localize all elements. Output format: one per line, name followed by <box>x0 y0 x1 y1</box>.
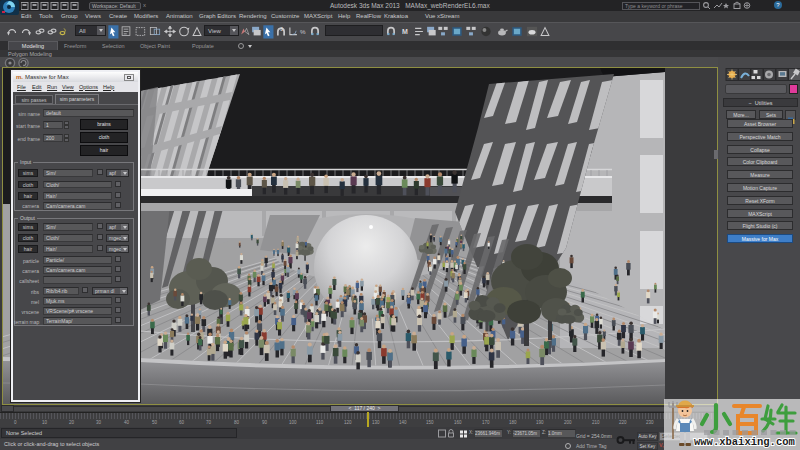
svg-text:www.xbaixing.com: www.xbaixing.com <box>694 436 795 448</box>
svg-text:%: % <box>300 28 306 35</box>
svg-text:3: 3 <box>280 27 283 32</box>
svg-text:M: M <box>402 28 408 35</box>
